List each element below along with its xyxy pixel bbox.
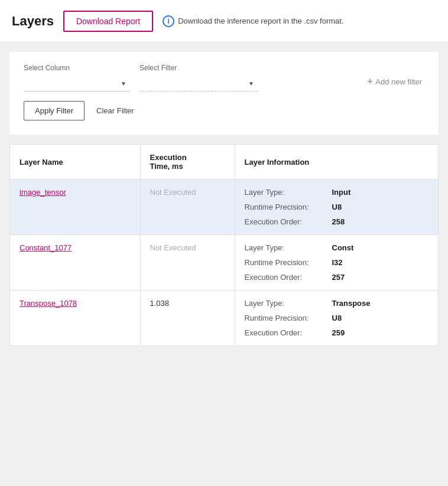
cell-layer-info: Layer Type: Const Runtime Precision: I32…: [235, 235, 438, 291]
layer-name-link[interactable]: image_tensor: [20, 188, 66, 197]
execution-order-value: 258: [332, 217, 345, 226]
layer-type-row: Layer Type: Transpose: [245, 299, 429, 308]
layers-table: Layer Name ExecutionTime, ms Layer Infor…: [10, 145, 438, 345]
execution-order-key: Execution Order:: [245, 217, 327, 226]
layer-name-link[interactable]: Transpose_1078: [20, 299, 77, 308]
execution-order-value: 259: [332, 328, 345, 337]
execution-time-value: 1.038: [150, 299, 170, 308]
execution-order-key: Execution Order:: [245, 273, 327, 282]
table-wrapper: Layer Name ExecutionTime, ms Layer Infor…: [10, 145, 438, 345]
cell-execution-time: Not Executed: [140, 235, 235, 291]
table-section: Layer Name ExecutionTime, ms Layer Infor…: [9, 144, 439, 346]
runtime-precision-key: Runtime Precision:: [245, 203, 327, 211]
layer-type-value: Input: [332, 188, 351, 197]
runtime-precision-value: U8: [332, 203, 342, 211]
layer-type-value: Transpose: [332, 299, 371, 308]
page-title: Layers: [12, 14, 54, 29]
execution-order-row: Execution Order: 258: [245, 217, 429, 226]
filter-section: Select Column Select Filter + Add new fi: [9, 52, 439, 135]
not-executed-label: Not Executed: [150, 188, 196, 197]
cell-layer-name: image_tensor: [10, 180, 140, 235]
runtime-precision-key: Runtime Precision:: [245, 258, 327, 267]
layer-type-key: Layer Type:: [245, 188, 327, 197]
download-report-button[interactable]: Download Report: [63, 11, 153, 32]
table-header: Layer Name ExecutionTime, ms Layer Infor…: [10, 145, 438, 180]
info-icon: i: [163, 15, 174, 27]
cell-execution-time: Not Executed: [140, 180, 235, 235]
table-row: Transpose_1078 1.038 Layer Type: Transpo…: [10, 291, 438, 346]
cell-layer-name: Constant_1077: [10, 235, 140, 291]
layer-type-row: Layer Type: Input: [245, 188, 429, 197]
layer-type-value: Const: [332, 243, 354, 252]
table-row: Constant_1077 Not Executed Layer Type: C…: [10, 235, 438, 291]
clear-filter-button[interactable]: Clear Filter: [94, 102, 137, 120]
runtime-precision-row: Runtime Precision: I32: [245, 258, 429, 267]
runtime-precision-value: I32: [332, 258, 343, 267]
layer-info-content: Layer Type: Input Runtime Precision: U8 …: [245, 188, 429, 226]
plus-icon: +: [367, 76, 374, 88]
col-header-layer-info: Layer Information: [235, 145, 438, 180]
layer-type-key: Layer Type:: [245, 243, 327, 252]
cell-execution-time: 1.038: [140, 291, 235, 346]
layer-info-content: Layer Type: Const Runtime Precision: I32…: [245, 243, 429, 282]
filter-select-wrapper: [139, 74, 258, 92]
column-select-wrapper: [24, 74, 130, 92]
runtime-precision-value: U8: [332, 314, 342, 322]
cell-layer-info: Layer Type: Input Runtime Precision: U8 …: [235, 180, 438, 235]
add-filter-button[interactable]: + Add new filter: [365, 72, 424, 92]
layer-type-key: Layer Type:: [245, 299, 327, 308]
add-filter-label: Add new filter: [375, 77, 422, 86]
execution-order-row: Execution Order: 259: [245, 328, 429, 337]
col-header-execution-time: ExecutionTime, ms: [140, 145, 235, 180]
not-executed-label: Not Executed: [150, 243, 196, 252]
execution-order-key: Execution Order:: [245, 328, 327, 337]
header-info: i Download the inference report in the .…: [163, 15, 343, 27]
filter-filter-group: Select Filter: [139, 64, 258, 92]
layer-type-row: Layer Type: Const: [245, 243, 429, 252]
cell-layer-info: Layer Type: Transpose Runtime Precision:…: [235, 291, 438, 346]
table-row: image_tensor Not Executed Layer Type: In…: [10, 180, 438, 235]
header-row: Layer Name ExecutionTime, ms Layer Infor…: [10, 145, 438, 180]
apply-filter-button[interactable]: Apply Filter: [24, 101, 85, 120]
col-header-layer-name: Layer Name: [10, 145, 140, 180]
info-text: Download the inference report in the .cs…: [178, 17, 343, 25]
app-container: Layers Download Report i Download the in…: [0, 0, 448, 486]
column-filter-label: Select Column: [24, 64, 130, 72]
runtime-precision-row: Runtime Precision: U8: [245, 203, 429, 211]
runtime-precision-row: Runtime Precision: U8: [245, 314, 429, 322]
filter-row: Select Column Select Filter + Add new fi: [24, 64, 424, 92]
column-filter-group: Select Column: [24, 64, 130, 92]
cell-layer-name: Transpose_1078: [10, 291, 140, 346]
filter-select[interactable]: [139, 74, 258, 92]
column-select[interactable]: [24, 74, 130, 92]
layer-name-link[interactable]: Constant_1077: [20, 243, 72, 252]
execution-order-row: Execution Order: 257: [245, 273, 429, 282]
filter-actions: Apply Filter Clear Filter: [24, 101, 424, 120]
header: Layers Download Report i Download the in…: [0, 0, 448, 43]
runtime-precision-key: Runtime Precision:: [245, 314, 327, 322]
execution-order-value: 257: [332, 273, 345, 282]
table-body: image_tensor Not Executed Layer Type: In…: [10, 180, 438, 346]
layer-info-content: Layer Type: Transpose Runtime Precision:…: [245, 299, 429, 337]
filter-filter-label: Select Filter: [139, 64, 258, 72]
